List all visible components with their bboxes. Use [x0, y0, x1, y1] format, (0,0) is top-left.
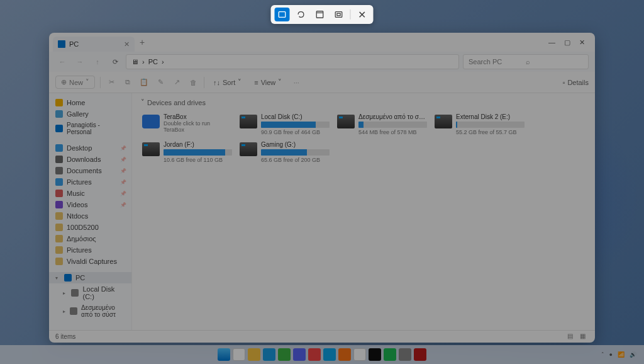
rename-icon[interactable]: ✎ [155, 77, 166, 88]
settings-icon[interactable] [399, 348, 411, 361]
sidebar-item-pc[interactable]: ▾PC [49, 272, 131, 283]
app-icon[interactable] [414, 348, 426, 361]
drive-subtitle: Double click to run TeraBox [164, 120, 232, 133]
search-input[interactable]: Search PC ⌕ [463, 54, 589, 69]
drive-item[interactable]: External Disk 2 (E:)55.2 GB free of 55.7… [431, 111, 528, 137]
videos-icon [55, 201, 63, 208]
snip-rectangle-button[interactable] [275, 8, 290, 21]
drive-capacity-bar [456, 122, 525, 128]
snip-close-button[interactable]: ✕ [355, 8, 370, 21]
tray-icon[interactable]: ● [609, 351, 613, 358]
tiles-view-icon[interactable]: ▦ [580, 333, 589, 341]
snip-freeform-button[interactable] [294, 8, 309, 21]
drive-capacity-bar [261, 122, 330, 128]
chevron-right-icon: ▸ [63, 309, 66, 314]
back-button[interactable]: ← [55, 55, 69, 69]
drive-item[interactable]: Gaming (G:)65.6 GB free of 200 GB [236, 139, 333, 164]
chevron-down-icon: ▾ [55, 275, 60, 281]
snip-window-button[interactable] [313, 8, 328, 21]
view-button[interactable]: ≡ View ˅ [250, 77, 286, 88]
chevron-right-icon: ▸ [63, 290, 67, 296]
discord-icon[interactable] [293, 348, 306, 361]
app-icon[interactable] [323, 348, 336, 361]
drive-capacity-bar [261, 149, 330, 156]
app-icon[interactable] [338, 348, 351, 361]
new-tab-button[interactable]: + [140, 37, 145, 47]
drive-name: External Disk 2 (E:) [456, 113, 525, 120]
drive-free-text: 55.2 GB free of 55.7 GB [456, 129, 525, 135]
chevron-icon: › [162, 58, 164, 65]
drive-item[interactable]: Δεσμευμένο από το σύστημα (D:)544 MB fre… [333, 111, 431, 137]
sidebar-item-ntdocs[interactable]: Ntdocs [49, 210, 131, 222]
sidebar-item-reserved[interactable]: ▸Δεσμευμένο από το σύστ [49, 302, 131, 320]
file-explorer-taskbar-icon[interactable] [248, 348, 260, 361]
app-icon[interactable] [353, 348, 366, 361]
app-icon[interactable] [278, 348, 291, 361]
system-tray[interactable]: ˄ ● 📶 🔊 [601, 351, 644, 358]
paste-icon[interactable]: 📋 [138, 77, 150, 88]
tab-close-icon[interactable]: ✕ [124, 40, 130, 48]
network-icon[interactable]: 📶 [618, 351, 625, 358]
more-button[interactable]: ··· [291, 77, 302, 88]
status-bar: 6 items ▤ ▦ [49, 330, 595, 343]
maximize-button[interactable]: ▢ [564, 38, 570, 47]
close-button[interactable]: ✕ [579, 38, 585, 47]
details-view-icon[interactable]: ▤ [567, 333, 576, 341]
group-header-devices[interactable]: ˅Devices and drives [132, 93, 595, 110]
share-icon[interactable]: ↗ [171, 77, 182, 88]
start-button[interactable] [218, 348, 230, 361]
sidebar-item-onedrive[interactable]: Panagiotis - Personal [49, 120, 131, 137]
refresh-button[interactable]: ⟳ [108, 55, 122, 69]
sidebar-item-vivaldi[interactable]: Vivaldi Captures [49, 256, 131, 267]
tab-pc[interactable]: PC ✕ [53, 37, 135, 52]
drive-item[interactable]: TeraBoxDouble click to run TeraBox [138, 111, 236, 137]
svg-rect-3 [335, 12, 342, 18]
sidebar-item-documents[interactable]: Documents [49, 165, 131, 176]
chevron-up-icon[interactable]: ˄ [601, 351, 604, 358]
drive-free-text: 544 MB free of 578 MB [358, 129, 427, 135]
sidebar-item-local-disk[interactable]: ▸Local Disk (C:) [49, 283, 131, 302]
sidebar-item-music[interactable]: Music [49, 188, 131, 199]
up-button[interactable]: ↑ [91, 55, 104, 69]
sidebar-item-100d5200[interactable]: 100D5200 [49, 222, 131, 233]
volume-icon[interactable]: 🔊 [630, 351, 636, 358]
address-bar-row: ← → ↑ ⟳ 🖥 › PC › Search PC ⌕ [49, 52, 595, 72]
drive-item[interactable]: Jordan (F:)10.6 GB free of 110 GB [138, 139, 236, 164]
sidebar-item-home[interactable]: Home [49, 97, 131, 108]
forward-button[interactable]: → [73, 55, 87, 69]
sidebar-item-videos[interactable]: Videos [49, 199, 131, 210]
copy-icon[interactable]: ⧉ [122, 77, 133, 88]
notion-icon[interactable] [369, 348, 381, 361]
delete-icon[interactable]: 🗑 [187, 77, 199, 88]
spotify-icon[interactable] [384, 348, 396, 361]
sidebar-item-pictures2[interactable]: Pictures [49, 244, 131, 256]
breadcrumb-pc[interactable]: PC [148, 58, 158, 65]
cut-icon[interactable]: ✂ [106, 77, 117, 88]
sidebar-item-pictures[interactable]: Pictures [49, 176, 131, 188]
snip-fullscreen-button[interactable] [331, 8, 347, 21]
details-button[interactable]: ▫ Details [562, 79, 589, 86]
sidebar-item-desktop[interactable]: Desktop [49, 142, 131, 154]
file-explorer-window: PC ✕ + — ▢ ✕ ← → ↑ ⟳ 🖥 › PC › Search PC … [49, 33, 595, 343]
sort-button[interactable]: ↑↓ Sort ˅ [209, 77, 245, 88]
pc-breadcrumb-icon: 🖥 [131, 58, 138, 65]
drive-icon [337, 115, 355, 128]
pc-icon [58, 40, 65, 48]
window-controls: — ▢ ✕ [548, 38, 591, 47]
sidebar-item-downloads[interactable]: Downloads [49, 154, 131, 165]
home-icon [55, 99, 63, 106]
minimize-button[interactable]: — [548, 38, 555, 47]
search-button[interactable] [233, 348, 245, 361]
edge-icon[interactable] [263, 348, 275, 361]
sidebar-item-dimosias[interactable]: Δημόσιος [49, 233, 131, 244]
folder-icon [55, 212, 63, 220]
drive-icon [240, 142, 257, 156]
drive-item[interactable]: Local Disk (C:)90.9 GB free of 464 GB [236, 111, 333, 137]
drive-free-text: 65.6 GB free of 200 GB [261, 157, 330, 163]
cloud-icon [55, 125, 63, 132]
sidebar-item-gallery[interactable]: Gallery [49, 108, 131, 120]
vivaldi-icon[interactable] [308, 348, 321, 361]
breadcrumb-bar[interactable]: 🖥 › PC › [126, 54, 459, 69]
new-button[interactable]: ⊕ New ˅ [55, 76, 95, 89]
drive-name: Local Disk (C:) [261, 113, 330, 120]
